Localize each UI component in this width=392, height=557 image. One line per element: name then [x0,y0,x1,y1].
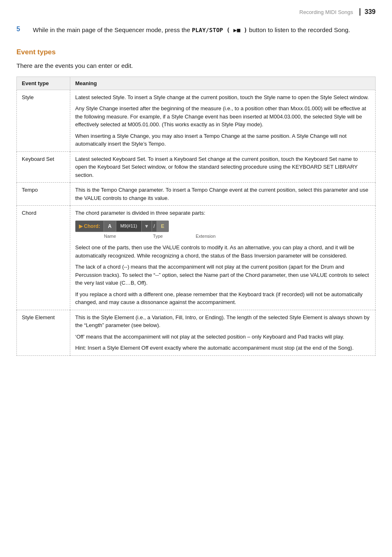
col-header-meaning: Meaning [70,77,376,90]
chord-para-2: The lack of a chord (--) means that the … [75,263,370,287]
event-meaning-tempo: This is the Tempo Change parameter. To i… [70,183,376,206]
style-element-para-3: Hint: Insert a Style Element Off event e… [75,344,370,352]
chord-para-3: If you replace a chord with a different … [75,290,370,306]
style-para-2: Any Style Change inserted after the begi… [75,104,370,129]
table-row: Chord The chord parameter is divided in … [17,206,376,310]
tempo-para-1: This is the Tempo Change parameter. To i… [75,186,370,202]
table-row: Style Element This is the Style Element … [17,310,376,355]
step-text: While in the main page of the Sequencer … [33,26,350,35]
step-5: 5 While in the main page of the Sequence… [16,26,376,35]
table-row: Keyboard Set Latest selected Keyboard Se… [17,151,376,183]
event-name-chord: Chord [17,206,70,310]
chord-type-value[interactable]: M9(#11) [116,221,142,232]
col-header-event-type: Event type [17,77,70,90]
chord-dropdown-arrow[interactable]: ▼ [142,221,152,232]
event-name-style: Style [17,90,70,151]
event-types-title: Event types [16,48,376,56]
page-number: 339 [360,8,376,16]
chord-labels: Name Type Extension [75,233,370,240]
event-name-tempo: Tempo [17,183,70,206]
style-para-1: Latest selected Style. To insert a Style… [75,93,370,102]
chord-play-label[interactable]: ▶ Chord: [76,221,104,232]
event-types-intro: There are the events you can enter or ed… [16,62,376,69]
event-name-style-element: Style Element [17,310,70,355]
event-name-keyboard-set: Keyboard Set [17,151,70,183]
table-row: Style Latest selected Style. To insert a… [17,90,376,151]
page-header: Recording MIDI Songs 339 [16,8,376,16]
event-meaning-style: Latest selected Style. To insert a Style… [70,90,376,151]
event-meaning-keyboard-set: Latest selected Keyboard Set. To insert … [70,151,376,183]
chord-label-extension: Extension [196,233,215,240]
chord-slash: / [152,221,157,232]
chord-name-value[interactable]: A [104,221,116,232]
style-element-para-2: ‘Off’ means that the accompaniment will … [75,333,370,341]
chord-label-type: Type [153,233,163,240]
chord-ext-value[interactable]: E [157,221,168,232]
chord-widget-wrapper: ▶ Chord: A M9(#11) ▼ / E Name Type Exten… [75,220,370,240]
table-row: Tempo This is the Tempo Change parameter… [17,183,376,206]
chord-para-before: The chord parameter is divided in three … [75,209,370,217]
step-number: 5 [16,26,25,35]
event-meaning-style-element: This is the Style Element (i.e., a Varia… [70,310,376,355]
event-types-table: Event type Meaning Style Latest selected… [16,77,376,356]
chord-para-1: Select one of the parts, then use the VA… [75,244,370,260]
style-para-3: When inserting a Style Change, you may a… [75,132,370,148]
style-element-para-1: This is the Style Element (i.e., a Varia… [75,313,370,330]
chord-widget[interactable]: ▶ Chord: A M9(#11) ▼ / E [75,220,169,232]
play-stop-label: PLAY/STOP ( ▶■ ) [192,27,247,33]
section-title-header: Recording MIDI Songs [300,9,353,15]
keyboard-para-1: Latest selected Keyboard Set. To insert … [75,155,370,179]
event-types-section: Event types There are the events you can… [16,48,376,356]
chord-label-name: Name [104,233,116,240]
event-meaning-chord: The chord parameter is divided in three … [70,206,376,310]
